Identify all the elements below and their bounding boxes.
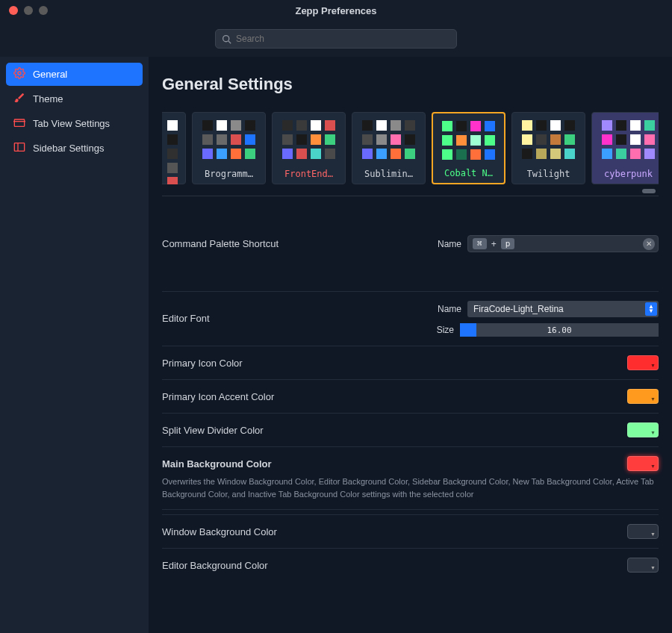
swatch xyxy=(616,149,626,159)
theme-name: Cobalt N… xyxy=(444,168,493,178)
swatch xyxy=(311,120,321,131)
swatch xyxy=(245,149,255,159)
key-char: p xyxy=(501,238,515,249)
color-well[interactable]: ▼ xyxy=(627,389,659,404)
swatch xyxy=(550,134,561,145)
swatch xyxy=(644,149,655,159)
swatch xyxy=(296,120,307,131)
search-input[interactable] xyxy=(236,34,450,44)
chevron-down-icon: ▼ xyxy=(650,464,656,469)
setting-label: Split View Divider Color xyxy=(162,425,627,436)
swatch xyxy=(376,134,387,145)
setting-label: Editor Font xyxy=(162,301,425,324)
swatch xyxy=(550,120,561,131)
swatch xyxy=(602,149,612,159)
theme-card[interactable]: er xyxy=(162,112,186,184)
search-icon xyxy=(222,34,231,44)
swatch xyxy=(245,134,255,145)
swatch xyxy=(167,163,178,173)
swatch xyxy=(391,134,401,145)
plus-icon: + xyxy=(491,239,497,249)
tabs-icon xyxy=(13,116,25,131)
sidebar-item-label: Theme xyxy=(33,93,63,105)
swatch xyxy=(522,120,532,131)
svg-line-1 xyxy=(228,40,231,43)
theme-name: Twilight xyxy=(527,169,570,179)
toolbar xyxy=(0,21,672,57)
color-setting-row: Window Background Color▼ xyxy=(162,514,659,548)
swatch xyxy=(470,149,481,160)
command-palette-row: Command Palette Shortcut Name ⌘ + p ✕ xyxy=(162,226,659,261)
color-well[interactable]: ▼ xyxy=(627,355,659,370)
swatch xyxy=(167,134,178,145)
swatch xyxy=(442,135,452,146)
swatch xyxy=(602,120,612,131)
svg-rect-5 xyxy=(14,143,24,152)
font-size-slider[interactable]: 16.00 xyxy=(460,323,659,337)
shortcut-input[interactable]: ⌘ + p ✕ xyxy=(467,235,659,252)
swatch xyxy=(405,149,415,159)
setting-label: Command Palette Shortcut xyxy=(162,238,438,249)
swatch xyxy=(470,121,481,131)
swatch xyxy=(362,120,373,131)
swatch xyxy=(470,135,481,146)
theme-card[interactable]: Cobalt N… xyxy=(432,112,505,184)
swatch xyxy=(311,134,321,145)
sidebar-icon xyxy=(13,141,25,155)
sidebar-item-sidebar-settings[interactable]: Sidebar Settings xyxy=(6,137,143,160)
swatch xyxy=(616,134,626,145)
font-select[interactable]: FiraCode-Light_Retina ▲▼ xyxy=(467,301,659,317)
theme-card[interactable]: cyberpunk xyxy=(591,112,659,184)
editor-font-row: Editor Font Name FiraCode-Light_Retina ▲… xyxy=(162,291,659,346)
theme-card[interactable]: Twilight xyxy=(511,112,585,184)
swatch xyxy=(167,120,178,131)
swatch xyxy=(564,149,575,159)
setting-description: Overwrites the Window Background Color, … xyxy=(162,475,659,510)
swatch xyxy=(630,134,641,145)
sidebar-item-label: Tab View Settings xyxy=(33,118,110,129)
swatch xyxy=(217,149,227,159)
sidebar: GeneralThemeTab View SettingsSidebar Set… xyxy=(0,57,149,633)
swatch xyxy=(202,120,213,131)
setting-label: Window Background Color xyxy=(162,526,627,537)
sidebar-item-tab-view-settings[interactable]: Tab View Settings xyxy=(6,112,143,135)
search-field[interactable] xyxy=(215,29,457,49)
color-well[interactable]: ▼ xyxy=(627,456,659,471)
swatch xyxy=(522,149,532,159)
svg-rect-3 xyxy=(14,119,24,126)
swatch xyxy=(282,134,293,145)
theme-card[interactable]: Brogramm… xyxy=(192,112,266,184)
swatch xyxy=(564,134,575,145)
theme-scrollbar[interactable] xyxy=(162,187,659,196)
swatch xyxy=(644,134,655,145)
field-label: Size xyxy=(437,325,454,335)
swatch xyxy=(616,120,626,131)
color-well[interactable]: ▼ xyxy=(627,422,659,437)
clear-shortcut-button[interactable]: ✕ xyxy=(643,238,655,250)
color-well[interactable]: ▼ xyxy=(627,558,659,573)
theme-card[interactable]: FrontEnd… xyxy=(272,112,346,184)
brush-icon xyxy=(13,92,25,106)
swatch xyxy=(456,135,467,146)
theme-card[interactable]: Sublimin… xyxy=(352,112,426,184)
font-size-value: 16.00 xyxy=(547,325,571,335)
swatch xyxy=(391,120,401,131)
theme-picker: erBrogramm…FrontEnd…Sublimin…Cobalt N…Tw… xyxy=(162,112,659,184)
swatch xyxy=(485,149,495,160)
swatch xyxy=(376,120,387,131)
swatch xyxy=(456,149,467,160)
chevron-down-icon: ▼ xyxy=(650,565,656,570)
titlebar: Zepp Preferences xyxy=(0,0,672,21)
swatch xyxy=(536,120,547,131)
swatch xyxy=(536,134,547,145)
swatch xyxy=(644,120,655,131)
font-name: FiraCode-Light_Retina xyxy=(473,304,564,314)
gear-icon xyxy=(13,67,25,81)
sidebar-item-theme[interactable]: Theme xyxy=(6,87,143,110)
swatch xyxy=(296,134,307,145)
sidebar-item-general[interactable]: General xyxy=(6,63,143,86)
color-well[interactable]: ▼ xyxy=(627,524,659,539)
swatch xyxy=(296,149,307,159)
svg-point-2 xyxy=(18,72,21,75)
swatch xyxy=(536,149,547,159)
